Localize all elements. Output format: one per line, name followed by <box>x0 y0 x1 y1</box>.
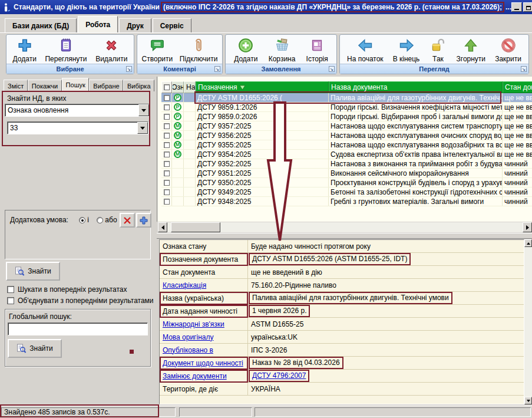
detail-label-text[interactable]: Опубліковано в <box>163 346 213 354</box>
checkbox-icon[interactable] <box>164 189 170 195</box>
detail-label[interactable]: Міжнародні зв'язки <box>160 318 248 331</box>
header-designation[interactable]: Позначення <box>196 81 329 93</box>
checkbox-icon[interactable] <box>164 170 170 176</box>
row-designation-cell[interactable]: ДСТУ 9352:2025 <box>196 159 329 168</box>
left-tab-Вибране[interactable]: Вибране <box>89 80 123 91</box>
detail-label-text[interactable]: Замінює документи <box>163 372 227 380</box>
checkbox-icon[interactable] <box>7 286 14 293</box>
row-checkbox-cell[interactable] <box>161 93 172 102</box>
row-designation-cell[interactable]: ДСТУ 9357:2025 <box>196 121 329 130</box>
row-name-cell[interactable]: Породи гірські. Визначення коефіцієнта м… <box>329 103 503 111</box>
group-launcher-icon[interactable]: ↘ <box>126 66 132 72</box>
row-designation-cell[interactable]: ДСТУ ASTM D1655:2026 ( <box>196 93 329 102</box>
table-row[interactable]: ДСТУ 9351:2025Виконання сейсмічного мікр… <box>161 169 532 178</box>
row-name-cell[interactable]: Бетонні та залізобетонні конструкції гід… <box>329 187 503 196</box>
toolbar-button-Так[interactable]: Так <box>427 36 449 64</box>
detail-label[interactable]: Замінює документи <box>160 370 248 383</box>
row-name-cell[interactable]: Настанова щодо експлуатування очисних сп… <box>329 131 503 140</box>
row-designation-cell[interactable]: ДСТУ 9349:2025 <box>196 187 329 196</box>
detail-label-text[interactable]: Документ щодо чинності <box>163 359 243 367</box>
toolbar-button-Переглянути[interactable]: Переглянути <box>42 36 89 64</box>
row-designation-cell[interactable]: ДСТУ 9350:2025 <box>196 178 329 187</box>
row-checkbox-cell[interactable] <box>161 112 172 121</box>
left-tab-Пошук[interactable]: Пошук <box>62 78 90 91</box>
row-checkbox-cell[interactable] <box>161 131 172 140</box>
global-search-input[interactable] <box>8 322 148 335</box>
maximize-button[interactable] <box>523 2 532 12</box>
toolbar-button-Закрити[interactable]: Закрити <box>493 36 524 64</box>
detail-label-text[interactable]: Міжнародні зв'язки <box>163 320 224 328</box>
checkbox-icon[interactable] <box>164 133 170 139</box>
radio-or-circle[interactable] <box>97 217 103 223</box>
group-launcher-icon[interactable]: ↘ <box>521 66 527 72</box>
row-name-cell[interactable]: Палива авіаційні для газотурбінних двигу… <box>329 93 503 102</box>
checkbox-search-previous[interactable]: Шукати в попередніх результатах <box>7 285 156 294</box>
row-name-cell[interactable]: Виконання сейсмічного мікрорайонування <box>329 169 503 177</box>
checkbox-icon[interactable] <box>7 297 14 304</box>
checkbox-icon[interactable] <box>164 161 170 167</box>
remove-condition-button[interactable] <box>120 213 135 228</box>
checkbox-icon[interactable] <box>164 142 170 148</box>
detail-value[interactable]: ДСТУ 4796:2007 <box>248 370 524 382</box>
row-checkbox-cell[interactable] <box>161 169 172 177</box>
left-tab-Зміст[interactable]: Зміст <box>4 80 28 91</box>
scroll-up-icon[interactable] <box>524 239 532 247</box>
detail-label-text[interactable]: Класифікація <box>163 281 206 289</box>
checkbox-icon[interactable] <box>164 152 170 157</box>
row-checkbox-cell[interactable] <box>161 178 172 187</box>
scroll-down-icon[interactable] <box>524 397 532 404</box>
tab-Робота[interactable]: Робота <box>78 16 118 32</box>
checkbox-icon[interactable] <box>164 180 170 186</box>
tab-Сервіс[interactable]: Сервіс <box>153 18 191 32</box>
table-row[interactable]: ДСТУ 9352:2025Настанова з виконання та п… <box>161 159 532 169</box>
row-checkbox-cell[interactable] <box>161 187 172 196</box>
toolbar-button-Корзина[interactable]: Корзина <box>266 36 298 64</box>
detail-value-text[interactable]: ДСТУ 4796:2007 <box>249 370 309 382</box>
table-row[interactable]: МДСТУ 9355:2025Настанова щодо експлуатув… <box>161 140 532 150</box>
table-row[interactable]: МДСТУ 9354:2025Судова експертиза об'єкті… <box>161 150 532 159</box>
find-button[interactable]: Знайти <box>6 262 60 281</box>
chevron-down-icon[interactable] <box>138 104 149 116</box>
row-name-cell[interactable]: Проєктування конструкцій будівель і спор… <box>329 178 503 187</box>
scroll-right-icon[interactable] <box>523 222 532 232</box>
checkbox-icon[interactable] <box>164 95 170 101</box>
row-name-cell[interactable]: Породи гірські. Відбирання проб і загаль… <box>329 112 503 121</box>
table-row[interactable]: ДСТУ 9350:2025Проєктування конструкцій б… <box>161 178 532 187</box>
toolbar-button-Створити[interactable]: Створити <box>140 36 176 64</box>
radio-and-circle[interactable] <box>79 217 85 223</box>
checkbox-merge-previous[interactable]: Об'єднувати з попередніми результатами <box>7 297 156 305</box>
tab-Бази даних (БД)[interactable]: Бази даних (БД) <box>5 18 77 32</box>
toolbar-button-На початок[interactable]: На початок <box>345 36 386 64</box>
checkbox-icon[interactable] <box>164 84 170 90</box>
table-row[interactable]: МДСТУ 9356:2025Настанова щодо експлуатув… <box>161 131 532 140</box>
row-name-cell[interactable]: Греблі з грунтових матеріалів. Загальні … <box>329 197 503 206</box>
row-name-cell[interactable]: Судова експертиза об'єктів права інтелек… <box>329 150 503 159</box>
detail-label[interactable]: Опубліковано в <box>160 344 248 357</box>
detail-label[interactable]: Документ щодо чинності <box>160 357 248 370</box>
row-name-cell[interactable]: Настанова з виконання та приймання робіт… <box>329 159 503 168</box>
row-designation-cell[interactable]: ДСТУ 9354:2025 <box>196 150 329 159</box>
toolbar-button-Історія[interactable]: Історія <box>304 36 331 64</box>
table-row[interactable]: РДСТУ ASTM D1655:2026 (Палива авіаційні … <box>161 93 532 103</box>
row-checkbox-cell[interactable] <box>161 159 172 168</box>
group-launcher-icon[interactable]: ↘ <box>214 66 220 72</box>
checkbox-icon[interactable] <box>164 104 170 110</box>
minimize-button[interactable] <box>511 2 522 12</box>
horizontal-splitter[interactable] <box>157 233 532 239</box>
header-state[interactable]: Стан док <box>503 81 532 93</box>
row-designation-cell[interactable]: ДСТУ 9351:2025 <box>196 169 329 177</box>
add-condition-button[interactable] <box>136 213 151 228</box>
toolbar-button-Згорнути[interactable]: Згорнути <box>454 36 488 64</box>
table-row[interactable]: ДСТУ 9348:2025Греблі з грунтових матеріа… <box>161 197 532 206</box>
row-checkbox-cell[interactable] <box>161 121 172 130</box>
toolbar-button-В кінець[interactable]: В кінець <box>391 36 422 64</box>
global-find-button[interactable]: Знайти <box>8 339 62 358</box>
radio-and[interactable]: і <box>79 216 89 224</box>
search-value-dropdown[interactable]: 33 <box>7 121 148 134</box>
row-designation-cell[interactable]: ДСТУ 9348:2025 <box>196 197 329 206</box>
row-name-cell[interactable]: Настанова щодо експлуатування систем тра… <box>329 121 503 130</box>
toolbar-button-Видалити[interactable]: Видалити <box>93 36 130 64</box>
checkbox-icon[interactable] <box>164 123 170 129</box>
header-checkbox-cell[interactable] <box>161 81 172 93</box>
detail-label[interactable]: Мова оригіналу <box>160 331 248 344</box>
